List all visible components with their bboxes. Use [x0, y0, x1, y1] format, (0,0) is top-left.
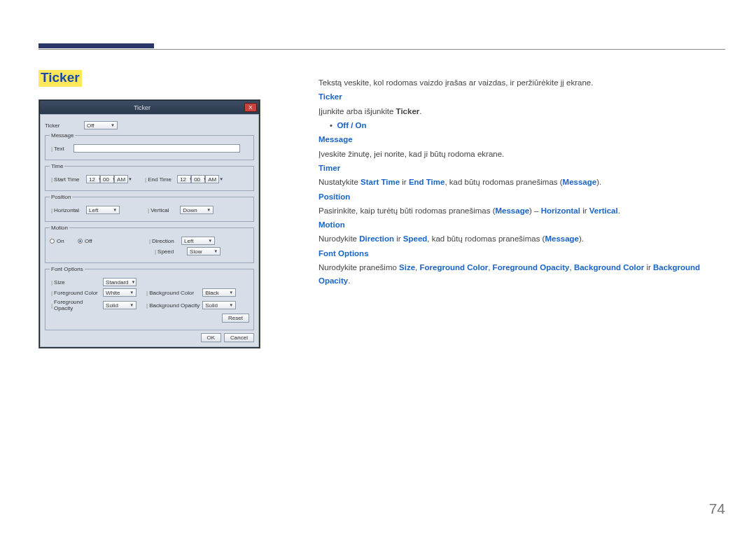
- end-mm-select[interactable]: 00▼: [191, 175, 205, 183]
- font-options-group: Font Options | Size Standard▼ | Foregrou…: [45, 266, 254, 330]
- header-divider: [38, 49, 725, 50]
- start-time-label: Start Time: [54, 176, 86, 183]
- desc-position-heading: Position: [318, 190, 725, 204]
- chevron-down-icon: ▼: [128, 177, 132, 181]
- chevron-down-icon: ▼: [206, 208, 211, 212]
- ticker-select[interactable]: Off ▼: [84, 121, 118, 129]
- start-hh-select[interactable]: 12▼: [86, 175, 100, 183]
- bgo-select[interactable]: Solid▼: [202, 301, 236, 309]
- dialog-titlebar: Ticker X: [40, 101, 259, 114]
- chevron-down-icon: ▼: [208, 239, 212, 243]
- divider-icon: |: [51, 290, 52, 296]
- page-title: Ticker: [38, 70, 82, 87]
- start-ap-select[interactable]: AM▼: [114, 175, 128, 183]
- desc-motion-text: Nurodykite Direction ir Speed, kad būtų …: [318, 232, 725, 246]
- text-label: Text: [54, 146, 74, 152]
- ok-button[interactable]: OK: [201, 333, 222, 342]
- chevron-down-icon: ▼: [229, 303, 233, 307]
- chevron-down-icon: ▼: [214, 249, 218, 253]
- speed-select[interactable]: Slow▼: [187, 247, 220, 255]
- divider-icon: |: [51, 207, 52, 213]
- bgc-select[interactable]: Black▼: [202, 288, 236, 297]
- reset-button[interactable]: Reset: [222, 314, 249, 323]
- desc-message-heading: Message: [318, 133, 725, 146]
- fgc-select[interactable]: White▼: [103, 288, 136, 297]
- desc-font-heading: Font Options: [318, 247, 725, 260]
- message-input[interactable]: [74, 144, 240, 153]
- desc-ticker-heading: Ticker: [318, 90, 725, 104]
- cancel-button[interactable]: Cancel: [224, 333, 254, 342]
- dialog-title: Ticker: [40, 104, 244, 111]
- motion-legend: Motion: [50, 225, 69, 231]
- divider-icon: |: [51, 176, 52, 183]
- motion-group: Motion On Off | Direction Left▼ | Speed: [45, 225, 254, 263]
- motion-off-label: Off: [85, 238, 106, 244]
- page-content: Ticker Ticker X Ticker Off ▼ Message: [38, 70, 725, 349]
- position-legend: Position: [50, 194, 72, 200]
- position-group: Position | Horizontal Left▼ | Vertical D…: [45, 194, 254, 222]
- desc-intro: Tekstą veskite, kol rodomas vaizdo įraša…: [318, 76, 725, 90]
- close-icon: X: [248, 104, 252, 111]
- ticker-value: Off: [87, 122, 94, 129]
- divider-icon: |: [146, 290, 148, 296]
- chevron-down-icon: ▼: [229, 290, 233, 295]
- chevron-down-icon: ▼: [132, 280, 136, 284]
- divider-icon: |: [149, 238, 150, 244]
- motion-on-label: On: [57, 238, 78, 244]
- size-select[interactable]: Standard▼: [103, 278, 136, 286]
- page-number: 74: [709, 500, 725, 517]
- vertical-select[interactable]: Down▼: [180, 206, 214, 214]
- speed-label: Speed: [158, 248, 187, 255]
- horizontal-label: Horizontal: [54, 207, 86, 213]
- fgo-label: Foreground Opacity: [54, 299, 103, 311]
- chevron-down-icon: ▼: [219, 177, 223, 181]
- chevron-down-icon: ▼: [130, 303, 134, 307]
- divider-icon: |: [146, 302, 148, 309]
- desc-position-text: Pasirinkite, kaip turėtų būti rodomas pr…: [318, 204, 725, 218]
- desc-font-text: Nurodykite pranešimo Size, Foreground Co…: [318, 261, 725, 288]
- desc-timer-heading: Timer: [318, 162, 725, 175]
- divider-icon: |: [51, 302, 52, 309]
- desc-motion-heading: Motion: [318, 218, 725, 232]
- desc-bullet: • Off / On: [318, 119, 725, 132]
- fgo-select[interactable]: Solid▼: [103, 301, 136, 309]
- desc-timer-text: Nustatykite Start Time ir End Time, kad …: [318, 176, 725, 189]
- divider-icon: |: [145, 176, 146, 183]
- bgo-label: Background Opacity: [149, 302, 202, 309]
- left-column: Ticker Ticker X Ticker Off ▼ Message: [38, 70, 270, 349]
- divider-icon: |: [155, 248, 156, 255]
- start-mm-select[interactable]: 00▼: [100, 175, 114, 183]
- dialog-body: Ticker Off ▼ Message | Text Time: [40, 114, 259, 347]
- motion-off-radio[interactable]: [78, 239, 83, 244]
- divider-icon: |: [148, 207, 149, 213]
- desc-ticker-text: Įjunkite arba išjunkite Ticker.: [318, 105, 725, 118]
- divider-icon: |: [51, 146, 52, 152]
- time-group: Time | Start Time 12▼ 00▼ AM▼ | End Time…: [45, 163, 254, 191]
- direction-label: Direction: [152, 238, 181, 244]
- desc-message-text: Įveskite žinutę, jei norite, kad ji būtų…: [318, 148, 725, 161]
- header-accent-bar: [38, 43, 154, 48]
- horizontal-select[interactable]: Left▼: [86, 206, 120, 214]
- ticker-label: Ticker: [45, 122, 84, 129]
- size-label: Size: [54, 279, 103, 286]
- direction-select[interactable]: Left▼: [181, 237, 215, 245]
- chevron-down-icon: ▼: [113, 208, 117, 212]
- end-hh-select[interactable]: 12▼: [177, 175, 191, 183]
- vertical-label: Vertical: [150, 207, 180, 213]
- end-time-label: End Time: [148, 176, 177, 183]
- message-legend: Message: [50, 132, 75, 139]
- motion-on-radio[interactable]: [50, 239, 55, 244]
- end-ap-select[interactable]: AM▼: [205, 175, 219, 183]
- ticker-dialog: Ticker X Ticker Off ▼ Message |: [38, 99, 260, 349]
- description-column: Tekstą veskite, kol rodomas vaizdo įraša…: [318, 70, 725, 349]
- font-legend: Font Options: [50, 266, 85, 272]
- ticker-row: Ticker Off ▼: [45, 121, 254, 129]
- close-button[interactable]: X: [244, 103, 257, 112]
- dialog-footer: OK Cancel: [45, 333, 254, 342]
- divider-icon: |: [51, 279, 52, 286]
- chevron-down-icon: ▼: [111, 123, 115, 127]
- fgc-label: Foreground Color: [54, 290, 103, 296]
- bgc-label: Background Color: [149, 290, 202, 296]
- message-group: Message | Text: [45, 132, 254, 160]
- time-legend: Time: [50, 163, 64, 169]
